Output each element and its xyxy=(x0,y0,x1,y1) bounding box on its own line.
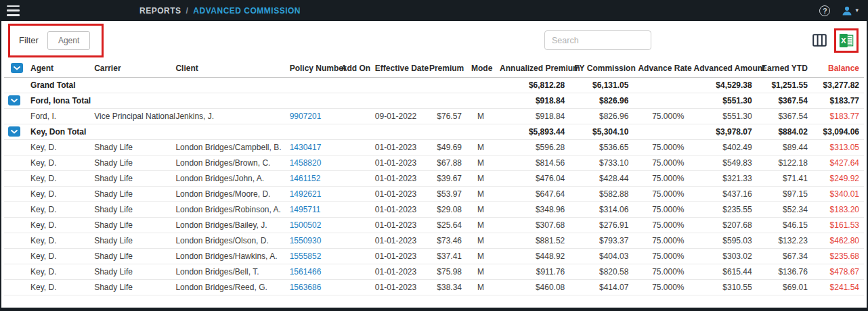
cell-balance: $478.67 xyxy=(812,264,864,279)
cell-carrier xyxy=(89,77,171,93)
column-header-mode[interactable]: Mode xyxy=(466,59,495,77)
column-header-client[interactable]: Client xyxy=(171,59,284,77)
cell-agent: Key, D. xyxy=(26,264,89,279)
cell-fy_commission: $5,304.10 xyxy=(569,124,633,139)
cell-agent: Ford, Iona Total xyxy=(26,93,89,108)
breadcrumb-section[interactable]: REPORTS xyxy=(139,6,181,16)
cell-earned_ytd: $46.15 xyxy=(757,217,812,233)
cell-mode: M xyxy=(466,248,495,264)
cell-client: London Bridges/Robinson, A. xyxy=(171,201,284,217)
export-annotation-highlight: X xyxy=(834,28,859,53)
column-header-advanced_amount[interactable]: Advanced Amount xyxy=(689,59,757,77)
cell-addon xyxy=(337,124,370,139)
cell-advanced_amount: $402.49 xyxy=(689,139,757,155)
policy-number-link[interactable]: 1458820 xyxy=(290,158,322,168)
policy-number-link[interactable]: 1495711 xyxy=(290,205,321,214)
cell-annualized_premium: $596.28 xyxy=(495,139,569,155)
chevron-down-icon xyxy=(11,130,18,134)
expand-all-button[interactable] xyxy=(11,63,23,73)
excel-icon: X xyxy=(839,33,854,48)
row-expander-cell xyxy=(4,139,26,155)
column-header-advance_rate[interactable]: Advance Rate xyxy=(633,59,689,77)
cell-mode: M xyxy=(466,170,495,186)
column-header-annualized_premium[interactable]: Annualized Premium xyxy=(495,59,569,77)
cell-mode: M xyxy=(466,233,495,248)
cell-effective_date xyxy=(370,77,425,93)
cell-annualized_premium: $6,812.28 xyxy=(495,77,569,93)
cell-advance_rate: 75.000% xyxy=(633,186,689,201)
cell-premium: $39.67 xyxy=(425,170,466,186)
cell-client: London Bridges/Bailey, J. xyxy=(171,217,284,233)
cell-effective_date: 01-01-2023 xyxy=(370,217,425,233)
cell-balance: $313.05 xyxy=(812,139,864,155)
cell-client: London Bridges/Reed, G. xyxy=(171,279,284,295)
cell-policy xyxy=(285,77,337,93)
row-expander-cell xyxy=(4,264,26,279)
help-icon[interactable]: ? xyxy=(819,5,830,16)
cell-advanced_amount: $549.83 xyxy=(689,155,757,170)
policy-number-link[interactable]: 1461152 xyxy=(290,174,321,183)
cell-premium: $75.98 xyxy=(425,264,466,279)
column-header-earned_ytd[interactable]: Earned YTD xyxy=(757,59,812,77)
column-header-carrier[interactable]: Carrier xyxy=(89,59,171,77)
policy-number-link[interactable]: 1492621 xyxy=(290,189,322,199)
column-header-premium[interactable]: Premium xyxy=(425,59,466,77)
user-menu-button[interactable]: ▾ xyxy=(842,5,859,16)
policy-number-link[interactable]: 1500502 xyxy=(290,220,322,230)
cell-balance: $235.68 xyxy=(812,248,864,264)
horizontal-scrollbar[interactable] xyxy=(1,308,867,311)
column-header-policy[interactable]: Policy Number xyxy=(285,59,337,77)
policy-number-link[interactable]: 1555852 xyxy=(290,252,322,261)
cell-annualized_premium: $460.08 xyxy=(495,279,569,295)
column-header-effective_date[interactable]: Effective Date xyxy=(370,59,425,77)
group-collapse-button[interactable] xyxy=(8,95,20,105)
cell-policy: 9907201 xyxy=(285,108,337,124)
cell-mode xyxy=(466,124,495,139)
cell-mode: M xyxy=(466,279,495,295)
cell-balance: $161.53 xyxy=(812,217,864,233)
column-header-addon[interactable]: Add On xyxy=(337,59,370,77)
policy-number-link[interactable]: 9907201 xyxy=(290,112,322,121)
row-expander-cell xyxy=(4,186,26,201)
column-header-agent[interactable]: Agent xyxy=(26,59,89,77)
menu-button[interactable] xyxy=(7,5,24,17)
cell-client xyxy=(171,124,284,139)
column-chooser-button[interactable] xyxy=(811,32,828,48)
filter-annotation-highlight: Filter Agent xyxy=(8,24,104,57)
cell-annualized_premium: $918.84 xyxy=(495,108,569,124)
column-header-balance[interactable]: Balance xyxy=(812,59,864,77)
cell-balance: $183.77 xyxy=(812,108,864,124)
cell-fy_commission: $826.96 xyxy=(569,108,633,124)
cell-earned_ytd: $367.54 xyxy=(757,93,812,108)
cell-premium xyxy=(425,93,466,108)
group-collapse-button[interactable] xyxy=(8,126,20,137)
policy-number-link[interactable]: 1563686 xyxy=(290,283,322,292)
export-excel-button[interactable]: X xyxy=(838,32,854,49)
cell-premium: $76.57 xyxy=(425,108,466,124)
cell-client: London Bridges/Moore, D. xyxy=(171,186,284,201)
search-input[interactable] xyxy=(544,30,651,50)
cell-balance: $340.01 xyxy=(812,186,864,201)
cell-carrier: Vice Principal National xyxy=(89,108,171,124)
table-row: Key, D.Shady LifeLondon Bridges/Campbell… xyxy=(4,139,864,155)
commission-table: AgentCarrierClientPolicy NumberAdd OnEff… xyxy=(4,59,864,295)
table-row: Key, D.Shady LifeLondon Bridges/Olson, D… xyxy=(4,233,864,248)
policy-number-link[interactable]: 1550930 xyxy=(290,236,322,245)
policy-number-link[interactable]: 1430417 xyxy=(290,143,322,152)
row-expander-cell xyxy=(4,233,26,248)
row-expander-cell xyxy=(4,279,26,295)
cell-premium: $73.46 xyxy=(425,233,466,248)
cell-carrier: Shady Life xyxy=(89,170,171,186)
table-row: Key, D.Shady LifeLondon Bridges/John, A.… xyxy=(4,170,864,186)
policy-number-link[interactable]: 1561466 xyxy=(290,267,322,277)
cell-mode: M xyxy=(466,139,495,155)
filter-agent-button[interactable]: Agent xyxy=(47,31,90,50)
cell-advanced_amount: $235.55 xyxy=(689,201,757,217)
cell-advanced_amount: $437.16 xyxy=(689,186,757,201)
column-header-fy_commission[interactable]: FY Commission xyxy=(569,59,633,77)
cell-agent: Key, D. xyxy=(26,155,89,170)
table-body: Grand Total$6,812.28$6,131.05$4,529.38$1… xyxy=(4,77,864,295)
cell-mode xyxy=(466,77,495,93)
cell-premium: $29.08 xyxy=(425,201,466,217)
cell-effective_date: 01-01-2023 xyxy=(370,248,425,264)
